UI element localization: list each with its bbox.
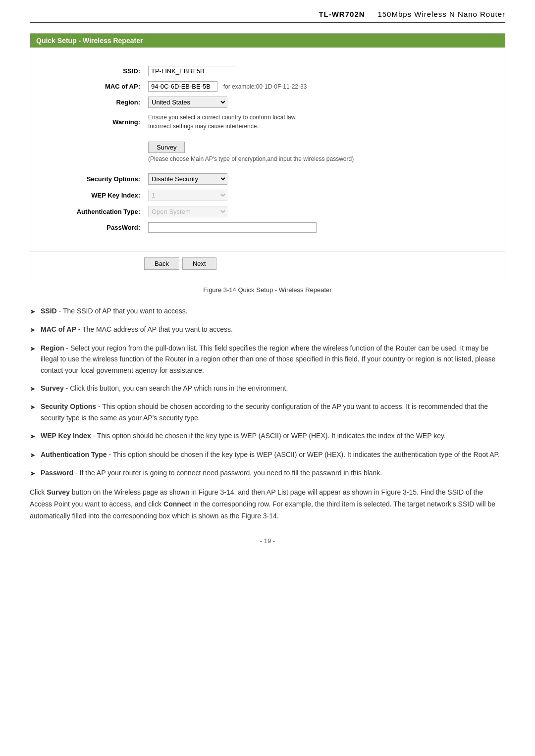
- password-input[interactable]: [148, 222, 317, 233]
- warning-row: Warning: Ensure you select a correct cou…: [45, 110, 490, 133]
- bullet-text-wep: WEP Key Index - This option should be ch…: [41, 430, 446, 441]
- bullet-text-password: Password - If the AP your router is goin…: [41, 467, 382, 478]
- password-label: PassWord:: [45, 220, 144, 235]
- region-label: Region:: [45, 94, 144, 110]
- bullet-text-survey: Survey - Click this button, you can sear…: [41, 383, 288, 394]
- wep-key-label: WEP Key Index:: [45, 187, 144, 203]
- bullet-item-survey: ➤ Survey - Click this button, you can se…: [30, 383, 505, 394]
- bullet-term-auth: Authentication Type: [41, 451, 107, 458]
- ssid-row: SSID:: [45, 63, 490, 79]
- figure-caption: Figure 3-14 Quick Setup - Wireless Repea…: [30, 286, 505, 294]
- mac-label: MAC of AP:: [45, 79, 144, 94]
- model-name: TL-WR702N: [319, 10, 365, 18]
- bullet-text-mac: MAC of AP - The MAC address of AP that y…: [41, 324, 233, 335]
- panel-header: Quick Setup - Wireless Repeater: [30, 34, 505, 48]
- security-value-cell: Disable Security: [144, 171, 490, 187]
- bullet-item-ssid: ➤ SSID - The SSID of AP that you want to…: [30, 305, 505, 317]
- body-bold-connect: Connect: [163, 500, 191, 508]
- warning-value-cell: Ensure you select a correct country to c…: [144, 110, 490, 133]
- bullet-list: ➤ SSID - The SSID of AP that you want to…: [30, 305, 505, 479]
- bullet-term-security: Security Options: [41, 403, 96, 410]
- model-description: 150Mbps Wireless N Nano Router: [377, 10, 505, 18]
- auth-type-label: Authentication Type:: [45, 203, 144, 220]
- page-number: - 19 -: [30, 537, 505, 545]
- wep-key-row: WEP Key Index: 1: [45, 187, 490, 203]
- region-value-cell: United States: [144, 94, 490, 110]
- panel-body: SSID: MAC of AP: for example:00-1D-0F-11…: [30, 48, 505, 251]
- bullet-term-password: Password: [41, 469, 73, 477]
- mac-value-cell: for example:00-1D-0F-11-22-33: [144, 79, 490, 94]
- body-paragraph: Click Survey button on the Wireless page…: [30, 487, 505, 522]
- bullet-arrow-survey: ➤: [30, 383, 36, 394]
- bullet-item-auth: ➤ Authentication Type - This option shou…: [30, 449, 505, 460]
- wep-key-value-cell: 1: [144, 187, 490, 203]
- bullet-item-password: ➤ Password - If the AP your router is go…: [30, 467, 505, 479]
- bullet-arrow-region: ➤: [30, 343, 36, 354]
- bullet-text-auth: Authentication Type - This option should…: [41, 449, 500, 460]
- ssid-value-cell: [144, 63, 490, 79]
- warning-text: Ensure you select a correct country to c…: [148, 113, 486, 131]
- bullet-item-security: ➤ Security Options - This option should …: [30, 401, 505, 423]
- bullet-arrow-ssid: ➤: [30, 306, 36, 317]
- setup-form: SSID: MAC of AP: for example:00-1D-0F-11…: [45, 57, 490, 241]
- bullet-term-mac: MAC of AP: [41, 325, 76, 333]
- auth-type-row: Authentication Type: Open System: [45, 203, 490, 220]
- bullet-term-survey: Survey: [41, 384, 64, 392]
- mac-row: MAC of AP: for example:00-1D-0F-11-22-33: [45, 79, 490, 94]
- survey-row: Survey (Please choose Main AP's type of …: [45, 139, 490, 165]
- ssid-label: SSID:: [45, 63, 144, 79]
- back-button[interactable]: Back: [144, 257, 179, 270]
- auth-type-select[interactable]: Open System: [148, 206, 227, 217]
- bullet-item-wep: ➤ WEP Key Index - This option should be …: [30, 430, 505, 442]
- mac-example: for example:00-1D-0F-11-22-33: [223, 83, 307, 90]
- bullet-arrow-wep: ➤: [30, 431, 36, 442]
- security-label: Security Options:: [45, 171, 144, 187]
- survey-note: (Please choose Main AP's type of encrypt…: [148, 155, 354, 162]
- bullet-text-region: Region - Select your region from the pul…: [41, 343, 505, 376]
- bullet-term-ssid: SSID: [41, 307, 57, 315]
- bullet-term-region: Region: [41, 344, 64, 352]
- survey-label-cell: [45, 139, 144, 165]
- wep-key-select[interactable]: 1: [148, 190, 227, 201]
- bullet-text-ssid: SSID - The SSID of AP that you want to a…: [41, 305, 188, 316]
- page-header: TL-WR702N 150Mbps Wireless N Nano Router: [30, 10, 505, 23]
- bottom-buttons: Back Next: [30, 251, 505, 276]
- bullet-arrow-mac: ➤: [30, 324, 36, 335]
- header-title: TL-WR702N 150Mbps Wireless N Nano Router: [319, 10, 505, 18]
- bullet-item-region: ➤ Region - Select your region from the p…: [30, 343, 505, 376]
- bullet-arrow-security: ➤: [30, 402, 36, 412]
- bullet-term-wep: WEP Key Index: [41, 432, 91, 440]
- mac-input[interactable]: [148, 81, 217, 92]
- next-button[interactable]: Next: [182, 257, 216, 270]
- bullet-item-mac: ➤ MAC of AP - The MAC address of AP that…: [30, 324, 505, 335]
- password-value-cell: [144, 220, 490, 235]
- security-select[interactable]: Disable Security: [148, 173, 227, 185]
- quick-setup-panel: Quick Setup - Wireless Repeater SSID: MA…: [30, 33, 505, 276]
- bullet-arrow-auth: ➤: [30, 450, 36, 460]
- panel-title: Quick Setup - Wireless Repeater: [36, 37, 143, 45]
- bullet-text-security: Security Options - This option should be…: [41, 401, 505, 423]
- auth-type-value-cell: Open System: [144, 203, 490, 220]
- bullet-arrow-password: ➤: [30, 468, 36, 479]
- region-row: Region: United States: [45, 94, 490, 110]
- password-row: PassWord:: [45, 220, 490, 235]
- ssid-input[interactable]: [148, 66, 237, 76]
- security-row: Security Options: Disable Security: [45, 171, 490, 187]
- warning-label: Warning:: [45, 110, 144, 133]
- body-bold-survey: Survey: [47, 488, 70, 496]
- survey-value-cell: Survey (Please choose Main AP's type of …: [144, 139, 490, 165]
- survey-button[interactable]: Survey: [148, 142, 185, 153]
- region-select[interactable]: United States: [148, 97, 227, 108]
